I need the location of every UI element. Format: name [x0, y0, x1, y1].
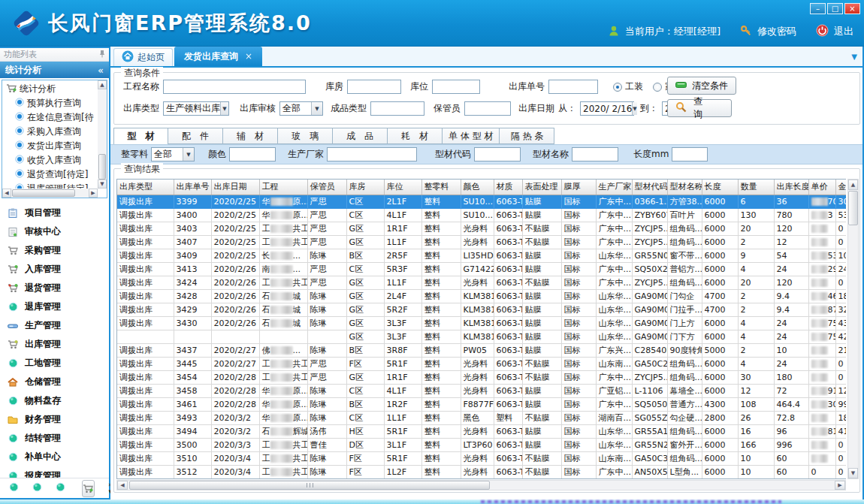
scroll-right-icon[interactable]: ▶: [89, 189, 98, 198]
scroll-down-icon[interactable]: ▼: [848, 468, 858, 478]
material-tab-2[interactable]: 辅 材: [223, 128, 278, 144]
change-password-link[interactable]: 修改密码: [757, 25, 796, 38]
column-header[interactable]: 生产厂家: [596, 180, 632, 195]
table-row[interactable]: 调拨出库34372020/2/27佛...陈琳B区3R8F整料PW056063-…: [117, 343, 846, 357]
table-row[interactable]: 调拨出库34282020/2/26石城陈琳G区2L4F整料KLM38176063…: [117, 289, 846, 303]
results-hscroll-thumb[interactable]: [129, 481, 490, 490]
sidebar-item-0[interactable]: 项目管理: [0, 204, 109, 222]
tab-home[interactable]: 起始页: [113, 48, 173, 66]
profile-name-input[interactable]: [572, 147, 618, 161]
material-tab-3[interactable]: 玻 璃: [278, 128, 333, 144]
sidebar-section-statistics[interactable]: 统计分析 «: [0, 62, 109, 78]
sidebar-item-7[interactable]: 出库管理: [0, 335, 109, 354]
scroll-left-icon[interactable]: ◀: [117, 481, 128, 490]
table-row[interactable]: 调拨出库34292020/2/26石城陈琳G区5R2F整料KLM38176063…: [117, 303, 846, 316]
column-header[interactable]: 出库单号: [174, 180, 211, 195]
circle-icon[interactable]: [32, 482, 42, 494]
sidebar-item-11[interactable]: 财务管理: [0, 410, 109, 429]
sidebar-item-12[interactable]: 结转管理: [0, 429, 109, 448]
out-type-select[interactable]: 生产领料出库▼: [163, 101, 229, 116]
table-row[interactable]: G区3L3F整料KLM38176063-T5贴膜国标山东华...GA90M09.…: [117, 330, 846, 343]
table-row[interactable]: 调拨出库34092020/2/25长...陈琳B区2R5F整料LI35HD606…: [117, 249, 846, 262]
maximize-button[interactable]: □: [827, 3, 843, 14]
column-header[interactable]: 工程: [259, 180, 307, 195]
material-tab-6[interactable]: 单 体 型 材: [443, 128, 500, 144]
radio-gongzhuang[interactable]: [613, 83, 622, 92]
factory-input[interactable]: [327, 147, 417, 161]
table-row[interactable]: 调拨出库34002020/2/25华原...严思C区4L1F整料SU10...6…: [117, 208, 846, 222]
circle-icon[interactable]: [56, 482, 65, 494]
results-vscroll-thumb[interactable]: [848, 191, 858, 225]
sidebar-item-6[interactable]: 生产管理: [0, 316, 109, 335]
column-header[interactable]: 表面处理: [522, 180, 561, 195]
column-header[interactable]: 材质: [494, 180, 522, 195]
table-row[interactable]: 调拨出库34452020/2/27工共工程严思F区5R1F整料光身料6063-T…: [117, 357, 846, 370]
profile-code-input[interactable]: [474, 147, 521, 161]
table-row[interactable]: 调拨出库34932020/3/2华原...陈琳C区1L1F整料黑色塑料不贴膜国标…: [117, 411, 846, 424]
warehouse-input[interactable]: [347, 80, 401, 94]
tree-item-6[interactable]: 退库管理[待定]: [2, 182, 98, 189]
column-header[interactable]: 膜厚: [561, 180, 596, 195]
whole-part-select[interactable]: 全部▼: [151, 147, 195, 161]
column-header[interactable]: 长度: [702, 180, 738, 195]
pin-icon[interactable]: [99, 50, 105, 60]
table-row[interactable]: 调拨出库35002020/3/3工共工程曹佳D区3L1F整料LT3P606063…: [117, 438, 846, 451]
table-row[interactable]: 调拨出库34542020/2/28工共工程严思G区1R1F整料光身料6063-T…: [117, 370, 846, 384]
material-tab-5[interactable]: 耗 材: [388, 128, 443, 144]
results-horizontal-scrollbar[interactable]: ◀ ▶: [116, 480, 846, 490]
radio-jiazhuang[interactable]: [653, 83, 662, 92]
tree-item-1[interactable]: 在途信息查询[待: [2, 110, 98, 125]
material-tab-7[interactable]: 隔 热 条: [500, 128, 554, 144]
product-type-input[interactable]: [370, 101, 424, 116]
table-row[interactable]: 调拨出库34242020/2/26工共工程严思G区1L1F整料光身料6063-T…: [117, 276, 846, 289]
table-row[interactable]: 调拨出库34612020/2/28华原...陈琳B区1R2F整料F8877FT6…: [117, 397, 846, 411]
table-row[interactable]: 调拨出库34302020/2/26石城陈琳G区3L3F整料KLM38176063…: [117, 316, 846, 330]
scroll-up-icon[interactable]: ▲: [848, 180, 858, 190]
column-header[interactable]: 型材代码: [632, 180, 667, 195]
table-row[interactable]: 调拨出库34132020/2/26南...严思C区5R3F整料G71422606…: [117, 262, 846, 276]
minimize-button[interactable]: –: [810, 3, 826, 14]
collapse-icon[interactable]: «: [98, 65, 104, 76]
table-row[interactable]: 调拨出库34072020/2/25工共工程严思G区1L1F整料光身料6063-T…: [117, 235, 846, 249]
material-tab-4[interactable]: 成 品: [333, 128, 388, 144]
column-header[interactable]: 型材名称: [667, 180, 702, 195]
tree-vscroll-thumb[interactable]: [98, 154, 106, 180]
column-header[interactable]: 数量: [738, 180, 774, 195]
scroll-up-icon[interactable]: ▲: [98, 80, 107, 89]
table-row[interactable]: 调拨出库35122020/3/4工共工程陈琳F区1L2F整料光身料6063-T5…: [117, 465, 846, 478]
tree-horizontal-scrollbar[interactable]: ◀ ▶: [2, 189, 98, 198]
date-from-picker[interactable]: 2020/ 2/16▼: [580, 101, 634, 116]
order-no-input[interactable]: [548, 80, 598, 94]
clear-conditions-button[interactable]: 清空条件: [667, 77, 736, 95]
tab-close-icon[interactable]: ×: [245, 51, 252, 62]
scroll-down-icon[interactable]: ▼: [98, 180, 107, 189]
table-row[interactable]: 调拨出库33992020/2/25华原...严思C区2L1F整料SU10...6…: [117, 195, 846, 208]
tree-vertical-scrollbar[interactable]: ▲ ▼: [98, 80, 107, 189]
sidebar-item-5[interactable]: 退库管理: [0, 297, 109, 316]
table-row[interactable]: 调拨出库35102020/3/4工共工程陈琳F区5R1F整料光身料6063-T5…: [117, 451, 846, 465]
tree-item-2[interactable]: 采购入库查询: [2, 125, 98, 139]
column-header[interactable]: 出库日期: [211, 180, 259, 195]
sidebar-item-8[interactable]: 工地管理: [0, 354, 109, 373]
tree-hscroll-thumb[interactable]: [12, 189, 75, 197]
sidebar-item-13[interactable]: 补单中心: [0, 448, 109, 466]
audit-select[interactable]: 全部▼: [279, 101, 323, 116]
column-header[interactable]: 金额: [835, 180, 846, 195]
sidebar-item-4[interactable]: 退货管理: [0, 279, 109, 297]
table-row[interactable]: 调拨出库34032020/2/25工共工程严思G区1R1F整料光身料6063-T…: [117, 222, 846, 235]
column-header[interactable]: 颜色: [461, 180, 494, 195]
material-tab-0[interactable]: 型 材: [113, 128, 168, 145]
material-tab-1[interactable]: 配 件: [168, 128, 223, 144]
column-header[interactable]: 出库类型: [117, 180, 174, 195]
tree-item-0[interactable]: 预算执行查询: [2, 96, 98, 110]
sidebar-item-14[interactable]: 报废管理: [0, 466, 109, 478]
sidebar-item-2[interactable]: 采购管理: [0, 241, 109, 260]
column-header[interactable]: 单价: [808, 180, 835, 195]
column-header[interactable]: 出库长度: [774, 180, 808, 195]
tree-item-4[interactable]: 收货入库查询: [2, 153, 98, 167]
logout-link[interactable]: 退出: [834, 25, 853, 38]
table-row[interactable]: 调拨出库34942020/3/2石辉城汤伟H区5R1F整料光身料6063-T5贴…: [117, 424, 846, 438]
keeper-input[interactable]: [464, 101, 511, 116]
column-header[interactable]: 整零料: [421, 180, 461, 195]
scroll-right-icon[interactable]: ▶: [835, 481, 845, 490]
